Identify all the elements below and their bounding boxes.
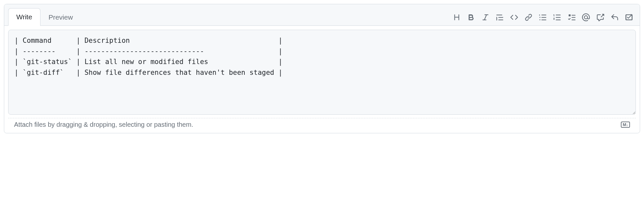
unordered-list-icon xyxy=(539,13,547,21)
editor-body xyxy=(4,26,640,120)
cross-reference-icon xyxy=(596,13,604,21)
heading-icon xyxy=(453,13,461,21)
quote-icon xyxy=(496,13,504,21)
formatting-toolbar xyxy=(452,9,636,25)
reply-icon xyxy=(611,13,619,21)
tab-write[interactable]: Write xyxy=(8,8,40,26)
link-button[interactable] xyxy=(524,13,533,22)
mention-button[interactable] xyxy=(582,13,590,22)
reply-button[interactable] xyxy=(610,13,619,22)
quote-button[interactable] xyxy=(496,13,504,22)
code-button[interactable] xyxy=(510,13,518,22)
mention-icon xyxy=(582,13,590,21)
italic-button[interactable] xyxy=(481,13,490,22)
bold-button[interactable] xyxy=(467,13,475,22)
code-icon xyxy=(510,13,518,21)
ordered-list-icon xyxy=(553,13,561,21)
ordered-list-button[interactable] xyxy=(553,13,561,22)
suggestion-icon xyxy=(625,13,633,21)
suggestion-button[interactable] xyxy=(625,13,633,22)
markdown-help-badge[interactable]: M↓ xyxy=(621,122,630,128)
bold-icon xyxy=(467,13,475,21)
heading-button[interactable] xyxy=(452,13,461,22)
link-icon xyxy=(525,13,532,21)
cross-reference-button[interactable] xyxy=(596,13,605,22)
task-list-button[interactable] xyxy=(567,13,576,22)
markdown-textarea[interactable] xyxy=(8,30,636,115)
tab-preview[interactable]: Preview xyxy=(40,8,81,26)
unordered-list-button[interactable] xyxy=(539,13,547,22)
editor-tabs: Write Preview xyxy=(4,4,81,25)
task-list-icon xyxy=(568,13,575,21)
editor-footer: Attach files by dragging & dropping, sel… xyxy=(8,118,636,133)
editor-header: Write Preview xyxy=(4,4,640,26)
attach-files-hint[interactable]: Attach files by dragging & dropping, sel… xyxy=(14,121,193,128)
markdown-editor: Write Preview xyxy=(4,4,640,133)
italic-icon xyxy=(482,13,489,21)
